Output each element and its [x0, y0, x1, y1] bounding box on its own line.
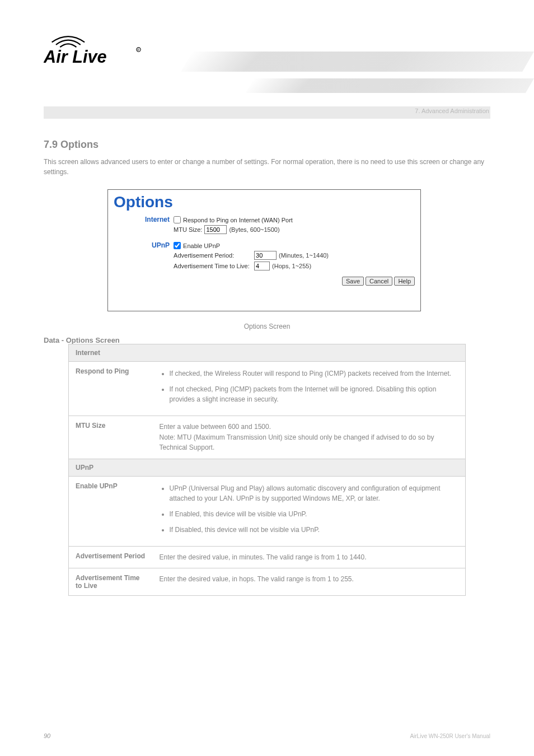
internet-group: Internet Respond to Ping on Internet (WA…	[114, 214, 415, 236]
enable-upnp-label: Enable UPnP	[183, 242, 220, 249]
table-row: Enable UPnP UPnP (Universal Plug and Pla…	[69, 476, 466, 546]
list-item: UPnP (Universal Plug and Play) allows au…	[170, 483, 459, 503]
row-label-adv-ttl: Advertisement Time to Live	[69, 568, 153, 596]
options-panel: Options Internet Respond to Ping on Inte…	[107, 189, 421, 311]
table-row: Advertisement Period Enter the desired v…	[69, 546, 466, 568]
svg-text:Air Live: Air Live	[44, 47, 107, 67]
airlive-logo-icon: Air Live R	[44, 34, 150, 67]
respond-ping-label: Respond to Ping on Internet (WAN) Port	[183, 217, 293, 223]
section-description: This screen allows advanced users to ent…	[44, 157, 490, 177]
page-number: 90	[44, 732, 50, 739]
table-row: Respond to Ping If checked, the Wireless…	[69, 362, 466, 416]
mtu-size-input[interactable]	[204, 225, 227, 234]
respond-ping-checkbox[interactable]	[174, 216, 181, 223]
row-label-enable-upnp: Enable UPnP	[69, 476, 153, 546]
row-text-adv-period: Enter the desired value, in minutes. The…	[160, 552, 459, 563]
brand-logo: Air Live R	[44, 34, 150, 69]
mtu-size-hint: (Bytes, 600~1500)	[229, 226, 279, 233]
upnp-group-label: UPnP	[114, 240, 170, 249]
list-item: If not checked, Ping (ICMP) packets from…	[170, 384, 459, 404]
options-panel-title: Options	[114, 193, 415, 211]
adv-period-hint: (Minutes, 1~1440)	[279, 252, 329, 259]
table-row: Advertisement Time to Live Enter the des…	[69, 568, 466, 596]
svg-text:R: R	[137, 48, 139, 52]
section-title: 7.9 Options	[44, 139, 99, 151]
figure-caption: Options Screen	[44, 323, 490, 330]
row-label-adv-period: Advertisement Period	[69, 546, 153, 568]
adv-ttl-label: Advertisement Time to Live:	[174, 263, 252, 269]
adv-ttl-hint: (Hops, 1~255)	[272, 263, 311, 269]
footer-text: AirLive WN-250R User's Manual	[410, 733, 490, 739]
header-gradient-1	[181, 52, 534, 72]
row-label-respond-ping: Respond to Ping	[69, 362, 153, 416]
options-data-table: Internet Respond to Ping If checked, the…	[68, 344, 466, 596]
list-item: If Enabled, this device will be visible …	[170, 509, 459, 519]
row-label-mtu: MTU Size	[69, 416, 153, 459]
internet-group-label: Internet	[114, 214, 170, 223]
adv-period-label: Advertisement Period:	[174, 252, 252, 259]
table-row: MTU Size Enter a value between 600 and 1…	[69, 416, 466, 459]
table-section-internet: Internet	[69, 344, 466, 362]
cancel-button[interactable]: Cancel	[366, 277, 392, 286]
chapter-label: 7. Advanced Administration	[415, 108, 489, 114]
panel-button-row: Save Cancel Help	[114, 277, 415, 286]
list-item: If checked, the Wireless Router will res…	[170, 368, 459, 379]
mtu-size-label: MTU Size:	[174, 226, 202, 233]
table-heading: Data - Options Screen	[44, 336, 120, 344]
row-text-adv-ttl: Enter the desired value, in hops. The va…	[160, 574, 459, 585]
row-text-mtu: Enter a value between 600 and 1500. Note…	[160, 422, 459, 453]
table-section-upnp: UPnP	[69, 459, 466, 476]
adv-period-input[interactable]	[254, 251, 277, 260]
list-item: If Disabled, this device will not be vis…	[170, 525, 459, 535]
enable-upnp-checkbox[interactable]	[174, 242, 181, 249]
header-gradient-2	[246, 78, 534, 93]
adv-ttl-input[interactable]	[254, 262, 270, 270]
help-button[interactable]: Help	[394, 277, 415, 286]
upnp-group: UPnP Enable UPnP Advertisement Period: (…	[114, 240, 415, 272]
save-button[interactable]: Save	[342, 277, 364, 286]
